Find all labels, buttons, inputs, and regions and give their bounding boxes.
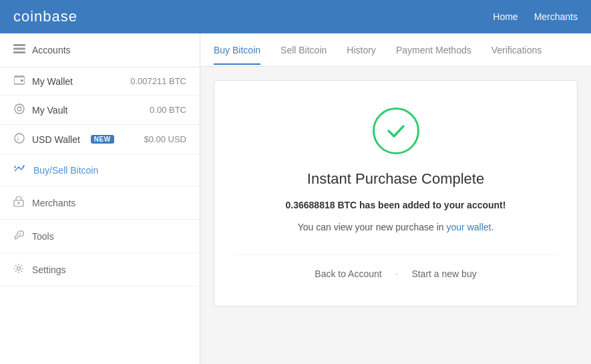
svg-point-6 xyxy=(17,107,21,111)
my-vault-value: 0.00 BTC xyxy=(150,105,186,115)
your-wallet-link[interactable]: your wallet xyxy=(447,222,491,232)
card-sub-text: You can view your new purchase in your w… xyxy=(234,220,557,234)
svg-point-7 xyxy=(15,134,24,143)
sidebar-item-buy-sell[interactable]: Buy/Sell Bitcoin xyxy=(0,154,200,186)
vault-icon xyxy=(13,104,25,116)
merchants-label: Merchants xyxy=(32,198,75,208)
sidebar-item-settings[interactable]: Settings xyxy=(0,253,200,287)
my-vault-name: My Vault xyxy=(32,105,67,116)
my-wallet-item[interactable]: My Wallet 0.007211 BTC xyxy=(0,67,200,96)
tab-verifications[interactable]: Verifications xyxy=(491,35,542,65)
card-sub-period: . xyxy=(491,222,494,232)
content-area: Instant Purchase Complete 0.36688818 BTC… xyxy=(200,67,591,320)
tab-payment-methods[interactable]: Payment Methods xyxy=(396,35,471,65)
actions-divider: - xyxy=(395,268,399,279)
nav-merchants[interactable]: Merchants xyxy=(534,11,578,22)
sidebar-item-merchants[interactable]: Merchants xyxy=(0,186,200,220)
usd-wallet-icon: i xyxy=(13,133,25,146)
my-wallet-name: My Wallet xyxy=(32,76,73,87)
tab-history[interactable]: History xyxy=(347,35,376,65)
buy-sell-icon xyxy=(13,164,25,176)
card-sub-prefix: You can view your new purchase in xyxy=(298,222,447,232)
accounts-header: Accounts xyxy=(0,33,200,67)
top-nav: coinbase Home Merchants xyxy=(0,0,591,33)
card-message: 0.36688818 BTC has been added to your ac… xyxy=(234,198,557,212)
usd-wallet-item[interactable]: i USD Wallet NEW $0.00 USD xyxy=(0,125,200,154)
nav-home[interactable]: Home xyxy=(493,11,518,22)
card-title: Instant Purchase Complete xyxy=(234,170,557,188)
svg-point-5 xyxy=(15,104,24,114)
svg-rect-2 xyxy=(13,51,25,53)
svg-text:i: i xyxy=(17,136,19,142)
top-nav-links: Home Merchants xyxy=(493,11,578,22)
main-content: Buy Bitcoin Sell Bitcoin History Payment… xyxy=(200,33,591,364)
start-new-buy-link[interactable]: Start a new buy xyxy=(411,268,476,279)
svg-rect-1 xyxy=(13,48,25,50)
sidebar-item-tools[interactable]: Tools xyxy=(0,220,200,253)
tabs-bar: Buy Bitcoin Sell Bitcoin History Payment… xyxy=(200,33,591,67)
svg-rect-0 xyxy=(13,44,25,46)
card-actions: Back to Account - Start a new buy xyxy=(234,254,557,279)
tools-icon xyxy=(13,230,24,242)
logo: coinbase xyxy=(13,8,77,25)
usd-wallet-value: $0.00 USD xyxy=(144,134,186,144)
settings-icon xyxy=(13,263,24,276)
accounts-label: Accounts xyxy=(32,45,71,55)
tab-sell-bitcoin[interactable]: Sell Bitcoin xyxy=(280,35,327,65)
buy-sell-label: Buy/Sell Bitcoin xyxy=(33,165,98,176)
accounts-icon xyxy=(13,44,25,56)
tab-buy-bitcoin[interactable]: Buy Bitcoin xyxy=(214,35,260,65)
my-vault-item[interactable]: My Vault 0.00 BTC xyxy=(0,96,200,125)
tools-label: Tools xyxy=(32,231,54,242)
settings-label: Settings xyxy=(32,264,66,275)
svg-point-11 xyxy=(19,233,21,234)
success-check-icon xyxy=(373,108,419,154)
svg-point-12 xyxy=(17,267,21,270)
wallet-icon xyxy=(13,75,25,87)
svg-rect-4 xyxy=(21,79,23,81)
sidebar: Accounts My Wallet 0.007211 BTC My Vault… xyxy=(0,33,200,364)
back-to-account-link[interactable]: Back to Account xyxy=(315,268,381,279)
usd-wallet-badge: NEW xyxy=(91,135,114,144)
success-card: Instant Purchase Complete 0.36688818 BTC… xyxy=(214,80,578,307)
merchants-icon xyxy=(13,196,24,209)
svg-point-10 xyxy=(18,202,20,204)
my-wallet-value: 0.007211 BTC xyxy=(130,76,186,86)
layout: Accounts My Wallet 0.007211 BTC My Vault… xyxy=(0,33,591,364)
usd-wallet-name: USD Wallet xyxy=(32,134,80,145)
